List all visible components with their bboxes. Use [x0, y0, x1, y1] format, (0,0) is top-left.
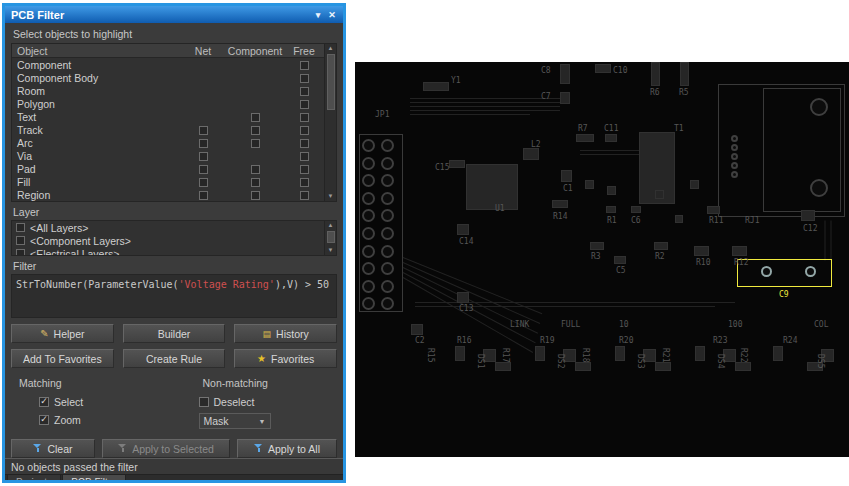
pcb-filter-panel: PCB Filter ▾ ✕ Select objects to highlig… [2, 3, 346, 483]
tab-projects[interactable]: Projects [7, 475, 61, 483]
pcb-pad [362, 245, 375, 258]
pcb-component [423, 82, 449, 91]
scroll-up-icon[interactable]: ▲ [328, 44, 334, 53]
pcb-component [585, 180, 594, 189]
layer-label: <Electrical Layers> [30, 248, 119, 257]
object-row: Pad [12, 162, 336, 175]
object-table-scrollbar[interactable]: ▲ ▼ [324, 44, 336, 201]
net-checkbox[interactable] [199, 165, 208, 174]
net-checkbox[interactable] [199, 139, 208, 148]
history-button[interactable]: ▤ History [234, 324, 337, 343]
layer-list-item[interactable]: <All Layers> [12, 221, 336, 234]
col-header-free: Free [285, 45, 323, 57]
button-label: Add To Favorites [23, 353, 102, 365]
scroll-thumb[interactable] [327, 54, 335, 110]
pcb-pad [381, 227, 394, 240]
pcb-ref-label: R22 [739, 348, 748, 362]
pcb-ref-label: DS5 [816, 354, 825, 368]
pcb-pad [381, 262, 394, 275]
pcb-ref-label: LINK [510, 320, 529, 329]
builder-button[interactable]: Builder [123, 324, 226, 343]
button-label: Helper [54, 328, 85, 340]
tab-pcb-filter[interactable]: PCB Filter [62, 475, 126, 483]
helper-button[interactable]: ✎ Helper [11, 324, 114, 343]
component-checkbox[interactable] [251, 178, 260, 187]
pcb-ref-label: C14 [459, 237, 473, 246]
panel-menu-icon[interactable]: ▾ [311, 10, 325, 20]
pcb-ref-label: C8 [541, 66, 551, 75]
pcb-component [560, 92, 570, 104]
select-checkbox[interactable]: ✓Select [39, 394, 197, 409]
filter-expr-string: 'Voltage Rating' [179, 279, 275, 290]
component-checkbox[interactable] [251, 139, 260, 148]
free-checkbox[interactable] [300, 165, 309, 174]
button-label: Apply to Selected [132, 443, 214, 455]
zoom-checkbox[interactable]: ✓Zoom [39, 412, 197, 427]
deselect-checkbox[interactable]: Deselect [199, 394, 335, 409]
layer-checkbox[interactable] [16, 223, 25, 232]
free-checkbox[interactable] [300, 126, 309, 135]
close-icon[interactable]: ✕ [325, 10, 339, 20]
free-checkbox[interactable] [300, 74, 309, 83]
favorites-button[interactable]: ★ Favorites [234, 349, 337, 368]
panel-titlebar[interactable]: PCB Filter ▾ ✕ [5, 6, 343, 23]
pcb-component [651, 62, 660, 86]
pcb-ref-label: R20 [619, 336, 633, 345]
apply-to-all-button[interactable]: Apply to All [237, 439, 337, 458]
layer-checkbox[interactable] [16, 236, 25, 245]
free-checkbox[interactable] [300, 139, 309, 148]
pcb-ref-label: R11 [709, 216, 723, 225]
pcb-ref-label: R23 [713, 336, 727, 345]
pcb-view[interactable]: Y1C8C10R6R5C7JP1R7C11T1L2C15C1U1R14R1C6R… [355, 62, 849, 457]
free-checkbox[interactable] [300, 152, 309, 161]
scroll-down-icon[interactable]: ▼ [328, 192, 334, 201]
scroll-down-icon[interactable]: ▼ [328, 246, 334, 255]
button-label: Favorites [271, 353, 314, 365]
free-checkbox[interactable] [300, 191, 309, 200]
layer-list-scrollbar[interactable]: ▲ ▼ [324, 221, 336, 255]
chevron-down-icon: ▼ [259, 418, 266, 425]
apply-to-selected-button[interactable]: Apply to Selected [102, 439, 230, 458]
object-row-label: Polygon [12, 98, 181, 110]
component-checkbox[interactable] [251, 126, 260, 135]
net-checkbox[interactable] [199, 178, 208, 187]
free-checkbox[interactable] [300, 87, 309, 96]
net-checkbox[interactable] [199, 191, 208, 200]
component-checkbox[interactable] [251, 191, 260, 200]
layer-list-item[interactable]: <Electrical Layers> [12, 247, 336, 256]
checkbox-icon [199, 397, 209, 407]
mask-dropdown[interactable]: Mask ▼ [199, 413, 271, 429]
free-checkbox[interactable] [300, 113, 309, 122]
pcb-component [654, 242, 668, 250]
component-checkbox[interactable] [251, 113, 260, 122]
layer-checkbox[interactable] [16, 249, 25, 256]
checkbox-label: Select [54, 396, 83, 408]
pcb-component [695, 346, 705, 361]
clear-button[interactable]: Clear [11, 439, 95, 458]
pcb-ref-label: R10 [696, 258, 710, 267]
scroll-up-icon[interactable]: ▲ [328, 221, 334, 230]
pcb-pad [362, 227, 375, 240]
create-rule-button[interactable]: Create Rule [123, 349, 226, 368]
layer-list-item[interactable]: <Component Layers> [12, 234, 336, 247]
net-checkbox[interactable] [199, 152, 208, 161]
filter-icon [118, 444, 127, 453]
add-to-favorites-button[interactable]: Add To Favorites [11, 349, 114, 368]
pcb-pad [362, 139, 375, 152]
pcb-ref-label: R3 [591, 252, 601, 261]
pcb-ref-label: R21 [661, 348, 670, 362]
net-checkbox[interactable] [199, 126, 208, 135]
pcb-ref-label: R19 [540, 336, 554, 345]
pcb-ref-label: 10 [619, 320, 629, 329]
free-checkbox[interactable] [300, 61, 309, 70]
filter-expression-input[interactable]: StrToNumber(ParameterValue('Voltage Rati… [11, 274, 337, 318]
filter-expr-prefix: StrToNumber(ParameterValue( [16, 279, 179, 290]
pcb-pad [810, 179, 828, 197]
pcb-pad [381, 139, 394, 152]
free-checkbox[interactable] [300, 178, 309, 187]
pcb-trace [580, 154, 640, 155]
free-checkbox[interactable] [300, 100, 309, 109]
object-row: Component [12, 58, 336, 71]
scroll-thumb[interactable] [327, 231, 335, 243]
component-checkbox[interactable] [251, 165, 260, 174]
